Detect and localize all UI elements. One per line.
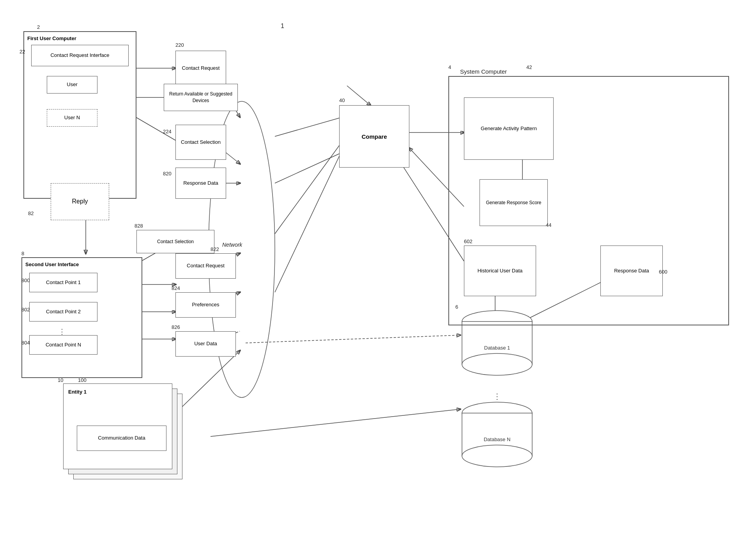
svg-text:Database N: Database N [484,436,511,442]
svg-text:Database 1: Database 1 [484,345,510,351]
userN-label: User N [64,114,80,121]
userN-box: User N [47,109,97,127]
ref820-label: 820 [163,171,172,177]
ref822-label: 822 [211,246,219,252]
ref22-label: 22 [19,49,25,55]
ref10-label: 10 [58,377,63,383]
preferences-label: Preferences [192,301,219,308]
svg-point-31 [462,353,532,375]
ref826-label: 826 [172,324,180,330]
ref2-label: 2 [37,24,40,30]
contact-selection-224: Contact Selection [175,125,226,160]
first-user-computer-label: First User Computer [27,35,76,42]
contact-request-822: Contact Request [175,253,236,279]
svg-line-21 [246,335,460,343]
entity1-label: Entity 1 [68,389,87,396]
system-computer-label: System Computer [460,68,507,75]
entity1-box1: Entity 1 Communication Data [63,383,172,469]
dots-contact-points: ⋮ [58,327,65,336]
contact-selection-828: Contact Selection [136,230,214,253]
dots-databases: ⋮ [493,392,501,401]
contact-point-1-label: Contact Point 1 [46,279,81,286]
contact-selection-224-label: Contact Selection [181,139,221,146]
compare-box: Compare [339,105,409,168]
ref804-label: 804 [21,340,30,346]
ref82-label: 82 [28,210,34,216]
communication-data-label: Communication Data [98,435,145,442]
ref40-label: 40 [339,97,345,103]
return-available-box: Return Available or Suggested Devices [164,84,238,111]
return-available-label: Return Available or Suggested Devices [166,91,235,104]
svg-line-8 [275,152,343,183]
svg-line-10 [275,148,343,292]
preferences-824: Preferences [175,292,236,318]
contact-request-822-label: Contact Request [187,262,225,269]
contact-point-1: Contact Point 1 [29,273,97,292]
ref224-label: 224 [163,129,172,134]
ref828-label: 828 [135,223,143,229]
user-data-826: User Data [175,331,236,357]
user-data-label: User Data [194,340,217,347]
ref220-label: 220 [175,42,184,48]
second-user-interface-label: Second User Interface [25,261,79,268]
contact-point-2: Contact Point 2 [29,302,97,322]
contact-selection-828-label: Contact Selection [157,238,194,245]
contact-request-box: Contact Request [175,51,226,86]
reply-box: Reply [51,183,109,220]
network-label: Network [222,242,242,248]
ref8-label: 8 [21,251,24,256]
ref1-label: 1 [281,23,284,30]
contact-point-2-label: Contact Point 2 [46,308,81,315]
user-label: User [67,81,77,88]
compare-label: Compare [361,132,387,141]
svg-line-28 [347,86,370,105]
svg-line-7 [275,117,343,136]
contact-request-interface: Contact Request Interface [31,45,129,66]
contact-request-label: Contact Request [182,65,220,72]
svg-line-23 [211,409,460,436]
svg-point-35 [462,445,532,467]
ref824-label: 824 [172,285,180,291]
response-data-820-label: Response Data [183,180,218,187]
communication-data-box: Communication Data [77,426,166,451]
user-box: User [47,76,97,94]
reply-label: Reply [72,197,88,206]
contact-request-interface-label: Contact Request Interface [50,52,109,59]
ref802-label: 802 [21,307,30,313]
ref4-label: 4 [448,64,451,70]
system-computer-border [448,76,729,325]
ref800-label: 800 [21,277,30,283]
ref100-label: 100 [78,377,87,383]
contact-point-N-label: Contact Point N [46,341,81,348]
contact-point-N: Contact Point N [29,335,97,355]
response-data-820: Response Data [175,168,226,199]
svg-line-9 [275,140,343,234]
ref42-label: 42 [526,64,532,70]
databaseN-cylinder: Database N [460,401,534,470]
